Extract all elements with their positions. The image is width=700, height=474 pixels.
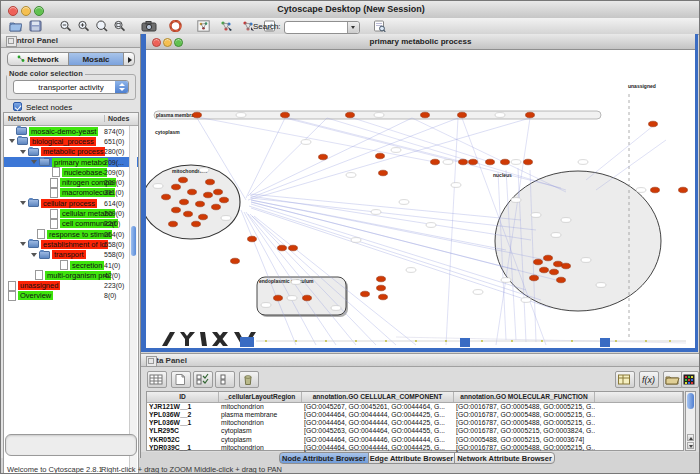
document-icon bbox=[8, 281, 16, 291]
tree-row[interactable]: cell communicat22(0) bbox=[4, 219, 138, 229]
scroll-down-icon[interactable] bbox=[687, 442, 694, 449]
help-icon[interactable] bbox=[169, 20, 182, 32]
disclosure-triangle-icon[interactable] bbox=[20, 150, 26, 154]
tree-row[interactable]: transport558(0) bbox=[4, 250, 138, 260]
data-panel-title-bar: Data Panel bbox=[141, 354, 700, 367]
tree-row[interactable]: multi-organism pro42(0) bbox=[4, 270, 138, 280]
unassigned-label: unassigned bbox=[628, 83, 656, 89]
disclosure-triangle-icon[interactable] bbox=[9, 139, 15, 143]
attribute-table-icon[interactable] bbox=[615, 371, 635, 388]
disclosure-triangle-icon[interactable] bbox=[31, 160, 37, 164]
tree-item-label: establishment of lo bbox=[41, 240, 108, 249]
disclosure-triangle-icon[interactable] bbox=[20, 201, 26, 205]
tab-node-attribute-browser[interactable]: Node Attribute Browser bbox=[279, 452, 369, 464]
network-edit-icon[interactable] bbox=[219, 20, 234, 32]
zoom-out-icon[interactable] bbox=[59, 20, 72, 32]
tree-row[interactable]: metabolic process280(0) bbox=[4, 147, 138, 157]
tree-row[interactable]: Overview8(0) bbox=[4, 291, 138, 301]
tab-label: Edge Attribute Browser bbox=[370, 454, 453, 463]
tree-row[interactable]: establishment of lo558(0) bbox=[4, 239, 138, 249]
col-header-region[interactable]: _cellularLayoutRegion bbox=[219, 392, 302, 402]
save-icon[interactable] bbox=[29, 20, 42, 32]
tree-row[interactable]: macromolecule311(0) bbox=[4, 188, 138, 198]
tree-row[interactable]: nitrogen compo209(0) bbox=[4, 177, 138, 187]
unselect-attributes-icon[interactable] bbox=[215, 371, 235, 388]
attribute-table-header[interactable]: ID _cellularLayoutRegion annotation.GO C… bbox=[147, 392, 683, 403]
table-row[interactable]: YPL036W__2 plasma membrane [GO:0044464, … bbox=[147, 411, 683, 419]
tree-scrollbar[interactable] bbox=[129, 126, 137, 472]
disclosure-triangle-icon[interactable] bbox=[31, 253, 37, 257]
tree-item-label: unassigned bbox=[18, 281, 60, 290]
disclosure-triangle-icon[interactable] bbox=[20, 242, 26, 246]
tab-edge-attribute-browser[interactable]: Edge Attribute Browser bbox=[368, 452, 455, 464]
table-row[interactable]: YKR052C cytoplasm [GO:0044464, GO:004444… bbox=[147, 436, 683, 444]
delete-attribute-icon[interactable] bbox=[239, 371, 259, 388]
node-color-dropdown[interactable]: transporter activity bbox=[13, 80, 129, 94]
cell-molecular: [GO:0016787, GO:0005488, GO:0005215, G..… bbox=[454, 411, 595, 419]
network-overview-icon[interactable] bbox=[197, 20, 210, 32]
svg-text:f(x): f(x) bbox=[642, 375, 655, 385]
tree-row[interactable]: cellular process614(0) bbox=[4, 198, 138, 208]
tree-item-label: Overview bbox=[18, 291, 53, 300]
tree-row-selected[interactable]: primary metabo209(... bbox=[4, 157, 138, 167]
col-header-id[interactable]: ID bbox=[147, 392, 219, 402]
tree-row[interactable]: secretion41(0) bbox=[4, 260, 138, 270]
cell-id: YPL036W__1 bbox=[147, 419, 219, 427]
attribute-grid-icon[interactable] bbox=[147, 371, 167, 388]
new-attribute-icon[interactable] bbox=[171, 371, 191, 388]
table-scrollbar[interactable] bbox=[685, 391, 696, 451]
table-row[interactable]: YPL036W__1 mitochondrion [GO:0044464, GO… bbox=[147, 419, 683, 427]
table-row[interactable]: YJR121W__1 mitochondrion [GO:0045267, GO… bbox=[147, 403, 683, 411]
tree-row[interactable]: nucleobase-209(0) bbox=[4, 167, 138, 177]
select-attributes-icon[interactable] bbox=[193, 371, 213, 388]
zoom-region-icon[interactable] bbox=[95, 20, 108, 32]
float-panel-icon[interactable] bbox=[6, 36, 17, 47]
tab-network[interactable]: Network bbox=[7, 52, 69, 66]
tree-item-count: 280(0) bbox=[104, 148, 124, 155]
tree-scrollbar-thumb[interactable] bbox=[131, 226, 136, 256]
status-pan-hint: Middle-click + drag to PAN bbox=[194, 465, 282, 474]
open-icon[interactable] bbox=[9, 20, 22, 32]
search-advanced-icon[interactable] bbox=[373, 20, 386, 32]
cell-cellular: [GO:0044464, GO:0044444, GO:0044425, G..… bbox=[302, 411, 454, 419]
search-dropdown-button[interactable] bbox=[347, 22, 359, 33]
zoom-fit-icon[interactable] bbox=[113, 20, 126, 32]
search-input[interactable] bbox=[284, 21, 360, 34]
table-row[interactable]: YLR295C cytoplasm [GO:0045263, GO:004446… bbox=[147, 427, 683, 435]
import-attributes-icon[interactable] bbox=[663, 371, 683, 388]
scroll-up-icon[interactable] bbox=[687, 434, 694, 441]
float-panel-icon[interactable] bbox=[146, 356, 157, 367]
cell-region: mitochondrion bbox=[219, 403, 302, 411]
col-header-molecular[interactable]: annotation.GO MOLECULAR_FUNCTION bbox=[454, 392, 595, 402]
tab-overflow-button[interactable] bbox=[123, 52, 135, 66]
tab-mosaic[interactable]: Mosaic bbox=[68, 52, 124, 66]
select-nodes-checkbox[interactable] bbox=[13, 102, 22, 111]
cell-id: YLR295C bbox=[147, 427, 219, 435]
folder-icon bbox=[28, 240, 39, 248]
snapshot-icon[interactable] bbox=[141, 20, 157, 32]
tree-row[interactable]: biological_process651(0) bbox=[4, 136, 138, 146]
network-window-title-bar[interactable]: primary metabolic process bbox=[146, 34, 695, 50]
cell-id: YJR121W__1 bbox=[147, 403, 219, 411]
tree-header[interactable]: Network Nodes bbox=[4, 113, 138, 126]
col-header-cellular[interactable]: annotation.GO CELLULAR_COMPONENT bbox=[302, 392, 454, 402]
app-title-bar[interactable]: Cytoscape Desktop (New Session) bbox=[1, 1, 700, 19]
tab-network-attribute-browser[interactable]: Network Attribute Browser bbox=[454, 452, 555, 464]
tree-row[interactable]: cellular metabo209(0) bbox=[4, 208, 138, 218]
nucleus-region[interactable] bbox=[495, 171, 661, 311]
function-builder-icon[interactable]: f(x) bbox=[639, 371, 659, 388]
network-canvas[interactable]: plasma membrane cytoplasm mitochondrion … bbox=[146, 50, 695, 348]
tree-row[interactable]: response to stimul264(0) bbox=[4, 229, 138, 239]
tree-row[interactable]: mosaic-demo-yeast874(0) bbox=[4, 126, 138, 136]
tree-item-label: mosaic-demo-yeast bbox=[29, 127, 98, 136]
matrix-icon[interactable] bbox=[681, 371, 699, 388]
zoom-in-icon[interactable] bbox=[77, 20, 90, 32]
network-view-title: primary metabolic process bbox=[146, 37, 695, 46]
tree-row[interactable]: unassigned223(0) bbox=[4, 280, 138, 290]
search-label: Search: bbox=[253, 22, 281, 31]
document-icon bbox=[52, 167, 60, 177]
tree-item-label: cellular process bbox=[41, 199, 97, 208]
tree-item-count: 42(0) bbox=[104, 272, 120, 279]
tree-item-label: nucleobase- bbox=[62, 168, 107, 177]
table-scrollbar-thumb[interactable] bbox=[687, 393, 694, 409]
